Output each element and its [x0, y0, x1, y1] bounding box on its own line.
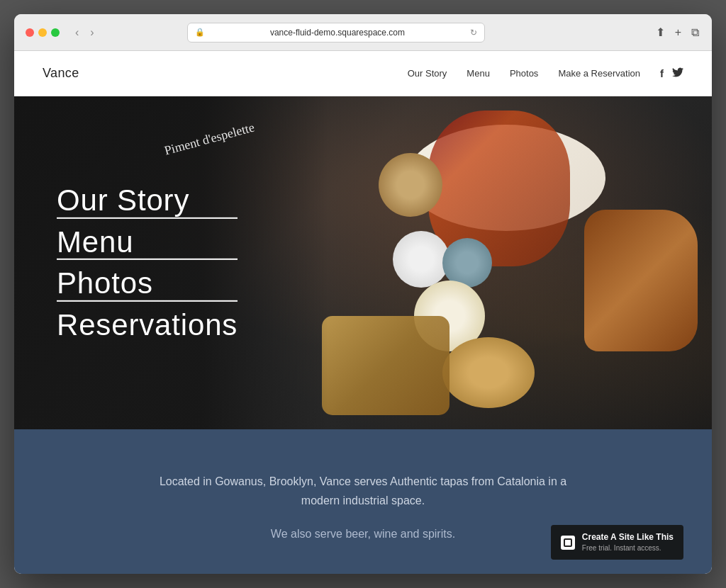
address-bar[interactable]: 🔒 vance-fluid-demo.squarespace.com ↻	[187, 23, 485, 43]
windows-button[interactable]: ⧉	[690, 25, 700, 40]
minimize-button[interactable]	[38, 28, 47, 37]
back-button[interactable]: ‹	[71, 25, 83, 40]
forward-button[interactable]: ›	[86, 25, 98, 40]
site-logo[interactable]: Vance	[43, 66, 79, 81]
food-image-container	[301, 96, 712, 429]
food-meat	[584, 210, 698, 351]
hero-nav-our-story[interactable]: Our Story	[57, 181, 238, 220]
browser-chrome: ‹ › 🔒 vance-fluid-demo.squarespace.com ↻…	[14, 14, 712, 51]
twitter-icon[interactable]	[672, 67, 683, 79]
browser-nav-controls: ‹ ›	[71, 25, 99, 40]
close-button[interactable]	[26, 28, 34, 37]
url-text: vance-fluid-demo.squarespace.com	[209, 28, 466, 38]
food-nuts	[442, 337, 535, 408]
hero-section: Piment d'espelette Our Story Menu Photos…	[14, 96, 712, 429]
hero-nav-photos[interactable]: Photos	[57, 264, 238, 303]
food-chili	[428, 111, 570, 266]
maximize-button[interactable]	[51, 28, 60, 37]
browser-actions: ⬆ + ⧉	[654, 24, 700, 40]
info-paragraph-1: Located in Gowanus, Brooklyn, Vance serv…	[150, 472, 576, 510]
new-tab-button[interactable]: +	[674, 25, 683, 40]
squarespace-badge[interactable]: Create A Site Like This Free trial. Inst…	[551, 525, 683, 560]
hero-nav-menu[interactable]: Menu	[57, 222, 238, 261]
squarespace-logo-icon	[561, 536, 575, 550]
squarespace-logo-inner	[564, 538, 572, 547]
site-nav: Our Story Menu Photos Make a Reservation…	[408, 67, 683, 79]
website: Vance Our Story Menu Photos Make a Reser…	[14, 51, 712, 574]
badge-text-container: Create A Site Like This Free trial. Inst…	[582, 532, 674, 553]
nav-our-story[interactable]: Our Story	[408, 68, 447, 79]
facebook-icon[interactable]: f	[660, 67, 664, 79]
nav-reservation[interactable]: Make a Reservation	[558, 68, 640, 79]
share-button[interactable]: ⬆	[654, 24, 666, 40]
refresh-icon[interactable]: ↻	[470, 28, 477, 38]
browser-window: ‹ › 🔒 vance-fluid-demo.squarespace.com ↻…	[14, 14, 712, 574]
info-paragraph-2: We also serve beer, wine and spirits.	[150, 524, 576, 543]
food-bowl-1	[379, 153, 442, 217]
lock-icon: 🔒	[195, 28, 205, 37]
hero-menu: Our Story Menu Photos Reservations	[57, 181, 238, 344]
food-bowl-2	[393, 231, 449, 288]
badge-sub-text: Free trial. Instant access.	[582, 543, 674, 553]
food-cheese	[322, 316, 449, 415]
nav-menu[interactable]: Menu	[467, 68, 490, 79]
site-header: Vance Our Story Menu Photos Make a Reser…	[14, 51, 712, 96]
traffic-lights	[26, 28, 60, 37]
nav-photos[interactable]: Photos	[510, 68, 538, 79]
badge-main-text: Create A Site Like This	[582, 532, 674, 543]
hero-nav-reservations[interactable]: Reservations	[57, 306, 238, 345]
social-icons: f	[660, 67, 683, 79]
